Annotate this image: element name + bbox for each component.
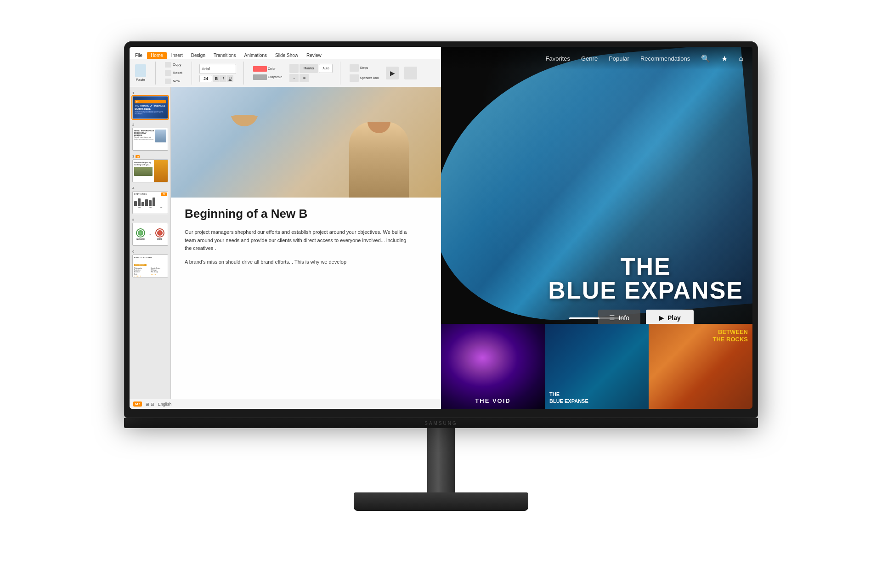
divider-3: [243, 62, 244, 85]
progress-indicator: [569, 317, 624, 319]
streaming-header: Favorites Genre Popular Recommendations …: [441, 47, 752, 70]
stats-badge: 32: [161, 192, 167, 196]
slide-img-6: IDENTITY SYSTEMS UX/UI DESIGN ▾ Photogra…: [132, 254, 168, 277]
slide-num-6: 6: [132, 249, 168, 254]
slide-thumb-3[interactable]: 3 M We work for you by working with you.: [132, 154, 168, 182]
steps-button[interactable]: Steps: [348, 63, 380, 73]
main-slide: Beginning of a New Bu Our project manage…: [171, 87, 441, 399]
align-button[interactable]: [289, 64, 299, 73]
streaming-hero: THE BLUE EXPANSE ☰ Info ▶ Play: [548, 254, 743, 326]
thumb-void-title: THE VOID: [441, 397, 545, 404]
slide-num-2: 2: [132, 123, 168, 127]
status-view-icons: ⊞ ⊡: [146, 402, 154, 407]
slide-2-content: GREAT EXPERIENCES BUILD GREAT BRANDS. Th…: [134, 130, 154, 140]
ppt-toolbar: File Home Insert Design Transitions Anim…: [130, 47, 441, 87]
new-button[interactable]: New: [163, 78, 184, 85]
thumbnails-row: THE VOID THEBLUE EXPANSE BETWEENTHE ROCK…: [441, 324, 752, 409]
monitor-screen: File Home Insert Design Transitions Anim…: [130, 47, 752, 409]
monitor-button[interactable]: Monitor: [300, 64, 318, 73]
home-icon[interactable]: ⌂: [739, 54, 743, 62]
thumbnail-blue-expanse[interactable]: THEBLUE EXPANSE: [545, 324, 649, 409]
thumbnail-the-void[interactable]: THE VOID: [441, 324, 545, 409]
tab-transitions[interactable]: Transitions: [210, 52, 240, 59]
status-slide-indicator: M7: [133, 401, 142, 407]
bold-button[interactable]: B: [213, 75, 220, 82]
play-button[interactable]: ▶: [386, 67, 399, 79]
expand-button[interactable]: ↔: [289, 74, 299, 82]
slides-panel: 1 M7 THE FUTURE OF BUSINESS STARTS HERE.…: [130, 87, 171, 399]
paste-button[interactable]: Paste: [133, 63, 148, 83]
slide-num-1: 1: [132, 91, 168, 95]
samsung-logo: SAMSUNG: [424, 421, 458, 426]
hero-title-line2: BLUE EXPANSE: [548, 278, 743, 302]
slide-img-2: GREAT EXPERIENCES BUILD GREAT BRANDS. Th…: [132, 128, 168, 151]
reset-button[interactable]: Reset: [163, 69, 184, 77]
color-button[interactable]: Color: [251, 65, 284, 73]
powerpoint-panel: File Home Insert Design Transitions Anim…: [130, 47, 441, 409]
nav-favorites[interactable]: Favorites: [546, 55, 570, 62]
progress-fill: [569, 317, 599, 319]
slide-1-title: THE FUTURE OF BUSINESS STARTS HERE.: [135, 104, 166, 110]
play-icon: ▶: [659, 314, 664, 322]
nav-genre[interactable]: Genre: [581, 55, 598, 62]
slide-4-bars: [134, 197, 166, 206]
slide-img-5: INNOVATION + BRAND: [132, 223, 168, 246]
tab-review[interactable]: Review: [303, 52, 325, 59]
monitor: File Home Insert Design Transitions Anim…: [119, 41, 763, 547]
tab-file[interactable]: File: [131, 52, 146, 59]
slide-thumb-6[interactable]: 6 IDENTITY SYSTEMS UX/UI DESIGN ▾ Photog…: [132, 249, 168, 277]
streaming-panel: Favorites Genre Popular Recommendations …: [441, 47, 752, 409]
slide-main-title: Beginning of a New Bu: [185, 207, 427, 221]
divider-1: [155, 62, 156, 85]
hero-title-line1: THE: [548, 254, 743, 278]
status-language: English: [158, 402, 172, 407]
ppt-content-area: 1 M7 THE FUTURE OF BUSINESS STARTS HERE.…: [130, 87, 441, 399]
slide-thumb-4[interactable]: 4 STATISTICS: [132, 186, 168, 214]
grayscale-button[interactable]: Grayscale: [251, 74, 284, 81]
search-icon[interactable]: 🔍: [701, 54, 710, 63]
slide-body-2: A brand's mission should drive all brand…: [185, 258, 427, 266]
underline-button[interactable]: U: [227, 75, 233, 82]
slide-thumb-5[interactable]: 5 INNOVATION: [132, 218, 168, 246]
nav-recommendations[interactable]: Recommendations: [640, 55, 690, 62]
monitor-stand-base: [354, 492, 528, 511]
favorites-star-icon[interactable]: ★: [721, 54, 728, 63]
slide-thumb-1[interactable]: 1 M7 THE FUTURE OF BUSINESS STARTS HERE.…: [132, 91, 168, 119]
slide-num-5: 5: [132, 218, 168, 222]
monitor-bezel: File Home Insert Design Transitions Anim…: [124, 41, 758, 418]
copy-button[interactable]: Copy: [163, 61, 184, 68]
slide-num-4: 4: [132, 186, 168, 190]
italic-button[interactable]: I: [220, 75, 226, 82]
tab-home[interactable]: Home: [147, 52, 167, 59]
divider-2: [192, 62, 192, 85]
slide-img-4: STATISTICS 32: [132, 191, 168, 214]
thumbnail-between-rocks[interactable]: BETWEENTHE ROCKS: [649, 324, 752, 409]
monitor-stand-neck: [427, 428, 455, 492]
nav-popular[interactable]: Popular: [609, 55, 629, 62]
ribbon-tabs: File Home Insert Design Transitions Anim…: [130, 47, 441, 59]
speaker-tool-button[interactable]: Speaker Tool: [348, 74, 380, 83]
finish-button[interactable]: [404, 67, 417, 79]
divider-4: [340, 62, 340, 85]
tab-design[interactable]: Design: [187, 52, 209, 59]
auto-button[interactable]: Auto: [319, 64, 333, 73]
slide-img-1: M7 THE FUTURE OF BUSINESS STARTS HERE. W…: [132, 96, 168, 119]
slide-main-image: [171, 87, 441, 198]
thumb-blue-expanse-title: THEBLUE EXPANSE: [549, 391, 588, 404]
slide-content: Beginning of a New Bu Our project manage…: [171, 198, 441, 399]
ribbon-content: Paste Copy Reset: [130, 59, 441, 87]
tab-insert[interactable]: Insert: [168, 52, 187, 59]
tab-slideshow[interactable]: Slide Show: [271, 52, 302, 59]
fixed-button[interactable]: ⊞: [300, 74, 309, 82]
slide-1-sub: WE PUT PEOPLE ENGAGED IN OUR WORK. WE CR…: [135, 111, 166, 115]
slide-body-1: Our project managers shepherd our effort…: [185, 228, 414, 253]
slide-thumb-2[interactable]: 2 GREAT EXPERIENCES BUILD GREAT BRANDS. …: [132, 123, 168, 151]
thumb-void-bg: [441, 324, 545, 409]
thumb-rocks-title: BETWEENTHE ROCKS: [712, 328, 748, 343]
slide-img-3: We work for you by working with you.: [132, 159, 168, 182]
tab-animations[interactable]: Animations: [241, 52, 271, 59]
slide-num-3: 3 M: [132, 154, 168, 158]
ppt-status-bar: M7 ⊞ ⊡ English: [130, 399, 441, 409]
monitor-bottom-bezel: SAMSUNG: [124, 418, 758, 428]
